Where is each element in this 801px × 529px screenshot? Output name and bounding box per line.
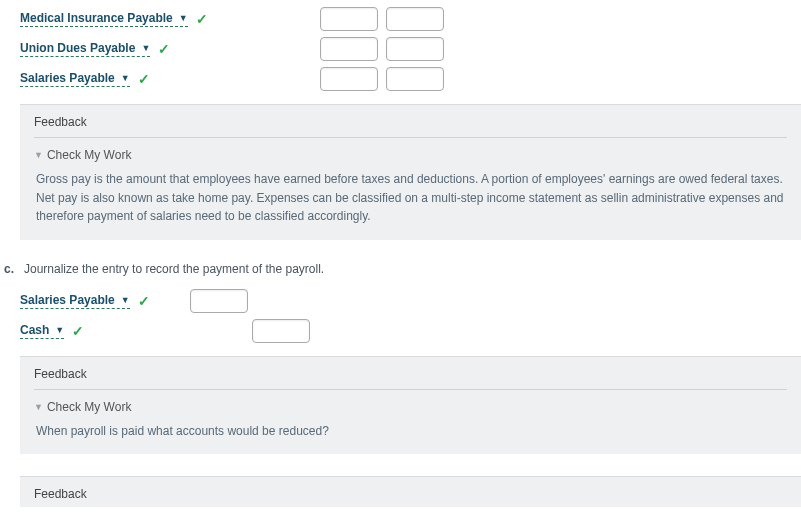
dropdown-label: Salaries Payable (20, 293, 115, 307)
chevron-down-icon: ▼ (179, 13, 188, 23)
chevron-down-icon: ▼ (55, 325, 64, 335)
journal-row: Medical Insurance Payable ▼ ✓ (20, 8, 801, 30)
feedback-body: When payroll is paid what accounts would… (34, 422, 787, 441)
check-my-work-toggle[interactable]: ▼ Check My Work (34, 148, 787, 162)
correct-check-icon: ✓ (138, 293, 150, 309)
account-dropdown-salaries-payable[interactable]: Salaries Payable ▼ (20, 293, 130, 309)
check-my-work-label: Check My Work (47, 400, 131, 414)
debit-input[interactable] (190, 289, 248, 313)
check-my-work-toggle[interactable]: ▼ Check My Work (34, 400, 787, 414)
correct-check-icon: ✓ (138, 71, 150, 87)
feedback-title: Feedback (34, 115, 787, 138)
dropdown-label: Union Dues Payable (20, 41, 135, 55)
dropdown-label: Cash (20, 323, 49, 337)
feedback-panel: Feedback (20, 476, 801, 507)
feedback-body: Gross pay is the amount that employees h… (34, 170, 787, 226)
journal-row: Cash ▼ ✓ (20, 320, 801, 342)
account-dropdown-cash[interactable]: Cash ▼ (20, 323, 64, 339)
chevron-down-icon: ▼ (121, 295, 130, 305)
journal-row: Salaries Payable ▼ ✓ (20, 290, 801, 312)
dropdown-label: Salaries Payable (20, 71, 115, 85)
correct-check-icon: ✓ (72, 323, 84, 339)
debit-input[interactable] (320, 37, 378, 61)
feedback-panel: Feedback ▼ Check My Work When payroll is… (20, 356, 801, 455)
feedback-panel: Feedback ▼ Check My Work Gross pay is th… (20, 104, 801, 240)
debit-input[interactable] (320, 7, 378, 31)
dropdown-label: Medical Insurance Payable (20, 11, 173, 25)
correct-check-icon: ✓ (158, 41, 170, 57)
credit-input[interactable] (252, 319, 310, 343)
triangle-down-icon: ▼ (34, 150, 43, 160)
credit-input[interactable] (386, 37, 444, 61)
chevron-down-icon: ▼ (141, 43, 150, 53)
check-my-work-label: Check My Work (47, 148, 131, 162)
journal-row: Union Dues Payable ▼ ✓ (20, 38, 801, 60)
triangle-down-icon: ▼ (34, 402, 43, 412)
part-c-prompt: c. Journalize the entry to record the pa… (4, 262, 801, 276)
debit-input[interactable] (320, 67, 378, 91)
account-dropdown-medical-insurance-payable[interactable]: Medical Insurance Payable ▼ (20, 11, 188, 27)
feedback-title: Feedback (34, 367, 787, 390)
credit-input[interactable] (386, 7, 444, 31)
credit-input[interactable] (386, 67, 444, 91)
account-dropdown-salaries-payable-top[interactable]: Salaries Payable ▼ (20, 71, 130, 87)
feedback-title: Feedback (34, 487, 787, 501)
account-dropdown-union-dues-payable[interactable]: Union Dues Payable ▼ (20, 41, 150, 57)
journal-row: Salaries Payable ▼ ✓ (20, 68, 801, 90)
chevron-down-icon: ▼ (121, 73, 130, 83)
part-letter: c. (4, 262, 24, 276)
part-text: Journalize the entry to record the payme… (24, 262, 324, 276)
correct-check-icon: ✓ (196, 11, 208, 27)
